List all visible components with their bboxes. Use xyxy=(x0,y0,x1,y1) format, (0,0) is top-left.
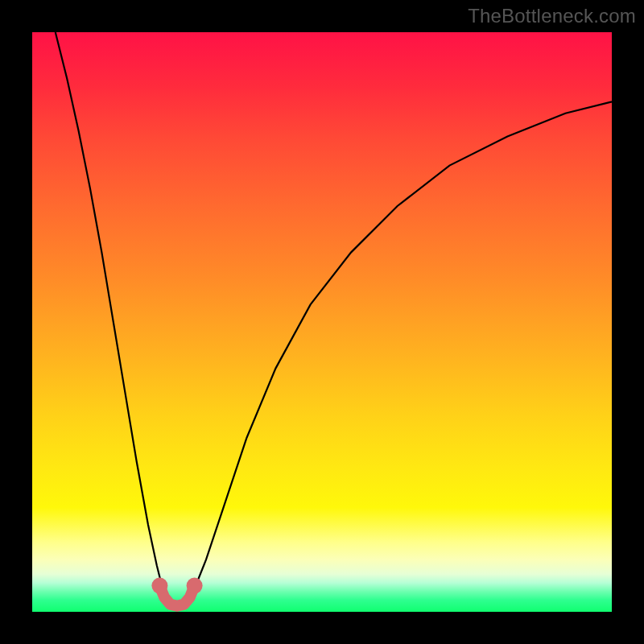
bottleneck-marker-dot-right xyxy=(187,578,203,594)
curve-left-branch xyxy=(56,32,167,601)
watermark-text: TheBottleneck.com xyxy=(468,5,636,27)
curve-right-branch xyxy=(188,101,612,600)
plot-area xyxy=(32,32,612,612)
outer-frame: TheBottleneck.com xyxy=(0,0,644,644)
bottleneck-marker-dot-left xyxy=(151,578,167,594)
chart-svg xyxy=(32,32,612,612)
